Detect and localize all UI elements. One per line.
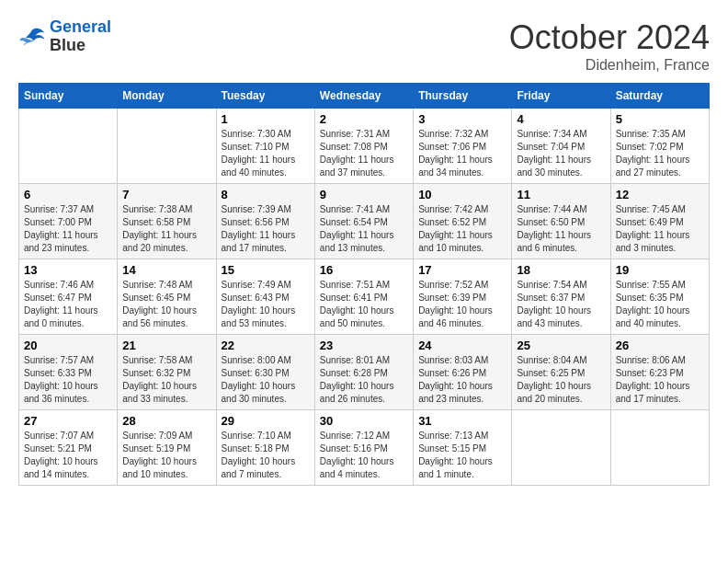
- calendar-cell: 27Sunrise: 7:07 AM Sunset: 5:21 PM Dayli…: [19, 410, 118, 486]
- calendar-cell: 11Sunrise: 7:44 AM Sunset: 6:50 PM Dayli…: [512, 184, 610, 259]
- calendar-cell: 16Sunrise: 7:51 AM Sunset: 6:41 PM Dayli…: [314, 259, 413, 335]
- logo: General Blue: [18, 18, 111, 55]
- day-info: Sunrise: 8:06 AM Sunset: 6:23 PM Dayligh…: [616, 354, 704, 406]
- day-info: Sunrise: 7:32 AM Sunset: 7:06 PM Dayligh…: [418, 128, 506, 179]
- calendar-table: SundayMondayTuesdayWednesdayThursdayFrid…: [18, 83, 710, 486]
- day-info: Sunrise: 8:01 AM Sunset: 6:28 PM Dayligh…: [320, 354, 408, 406]
- day-info: Sunrise: 7:39 AM Sunset: 6:56 PM Dayligh…: [222, 203, 310, 255]
- day-number: 29: [222, 414, 310, 428]
- page-header: General Blue October 2024 Didenheim, Fra…: [18, 18, 710, 74]
- day-number: 21: [122, 339, 210, 352]
- day-info: Sunrise: 8:04 AM Sunset: 6:25 PM Dayligh…: [517, 354, 605, 406]
- weekday-header-monday: Monday: [118, 84, 216, 109]
- calendar-cell: 14Sunrise: 7:48 AM Sunset: 6:45 PM Dayli…: [118, 259, 216, 335]
- day-info: Sunrise: 7:34 AM Sunset: 7:04 PM Dayligh…: [517, 128, 605, 179]
- day-info: Sunrise: 7:44 AM Sunset: 6:50 PM Dayligh…: [517, 203, 605, 255]
- logo-text: General Blue: [50, 18, 111, 55]
- calendar-cell: 25Sunrise: 8:04 AM Sunset: 6:25 PM Dayli…: [512, 335, 610, 410]
- day-info: Sunrise: 7:51 AM Sunset: 6:41 PM Dayligh…: [320, 279, 408, 330]
- day-number: 10: [418, 188, 506, 201]
- calendar-cell: 9Sunrise: 7:41 AM Sunset: 6:54 PM Daylig…: [314, 184, 413, 259]
- logo-icon: [18, 23, 46, 51]
- calendar-cell: 2Sunrise: 7:31 AM Sunset: 7:08 PM Daylig…: [314, 109, 413, 184]
- weekday-header-row: SundayMondayTuesdayWednesdayThursdayFrid…: [19, 84, 710, 109]
- day-number: 31: [418, 414, 506, 428]
- calendar-cell: 31Sunrise: 7:13 AM Sunset: 5:15 PM Dayli…: [414, 410, 512, 486]
- calendar-cell: 23Sunrise: 8:01 AM Sunset: 6:28 PM Dayli…: [314, 335, 413, 410]
- day-number: 7: [122, 188, 210, 201]
- calendar-cell: 6Sunrise: 7:37 AM Sunset: 7:00 PM Daylig…: [19, 184, 118, 259]
- day-info: Sunrise: 8:00 AM Sunset: 6:30 PM Dayligh…: [222, 354, 310, 406]
- weekday-header-wednesday: Wednesday: [314, 84, 413, 109]
- day-number: 9: [320, 188, 408, 201]
- calendar-cell: 5Sunrise: 7:35 AM Sunset: 7:02 PM Daylig…: [610, 109, 709, 184]
- day-number: 6: [24, 188, 112, 201]
- calendar-cell: 21Sunrise: 7:58 AM Sunset: 6:32 PM Dayli…: [118, 335, 216, 410]
- day-number: 13: [24, 263, 112, 277]
- calendar-cell: 8Sunrise: 7:39 AM Sunset: 6:56 PM Daylig…: [216, 184, 314, 259]
- day-info: Sunrise: 7:41 AM Sunset: 6:54 PM Dayligh…: [320, 203, 408, 255]
- day-number: 12: [616, 188, 704, 201]
- calendar-cell: 1Sunrise: 7:30 AM Sunset: 7:10 PM Daylig…: [216, 109, 314, 184]
- day-info: Sunrise: 7:54 AM Sunset: 6:37 PM Dayligh…: [517, 279, 605, 330]
- calendar-cell: 18Sunrise: 7:54 AM Sunset: 6:37 PM Dayli…: [512, 259, 610, 335]
- month-title: October 2024: [509, 18, 710, 57]
- day-number: 3: [418, 112, 506, 126]
- day-info: Sunrise: 7:35 AM Sunset: 7:02 PM Dayligh…: [616, 128, 704, 179]
- day-number: 26: [616, 339, 704, 352]
- day-number: 18: [517, 263, 605, 277]
- day-info: Sunrise: 8:03 AM Sunset: 6:26 PM Dayligh…: [418, 354, 506, 406]
- location: Didenheim, France: [509, 57, 710, 74]
- day-number: 5: [616, 112, 704, 126]
- calendar-cell: 4Sunrise: 7:34 AM Sunset: 7:04 PM Daylig…: [512, 109, 610, 184]
- day-number: 4: [517, 112, 605, 126]
- calendar-cell: [610, 410, 709, 486]
- day-number: 28: [122, 414, 210, 428]
- day-info: Sunrise: 7:38 AM Sunset: 6:58 PM Dayligh…: [122, 203, 210, 255]
- calendar-cell: 20Sunrise: 7:57 AM Sunset: 6:33 PM Dayli…: [19, 335, 118, 410]
- calendar-week-row: 6Sunrise: 7:37 AM Sunset: 7:00 PM Daylig…: [19, 184, 710, 259]
- day-number: 23: [320, 339, 408, 352]
- calendar-cell: [118, 109, 216, 184]
- day-number: 24: [418, 339, 506, 352]
- day-info: Sunrise: 7:30 AM Sunset: 7:10 PM Dayligh…: [222, 128, 310, 179]
- calendar-cell: 19Sunrise: 7:55 AM Sunset: 6:35 PM Dayli…: [610, 259, 709, 335]
- calendar-week-row: 20Sunrise: 7:57 AM Sunset: 6:33 PM Dayli…: [19, 335, 710, 410]
- day-info: Sunrise: 7:12 AM Sunset: 5:16 PM Dayligh…: [320, 430, 408, 481]
- day-info: Sunrise: 7:48 AM Sunset: 6:45 PM Dayligh…: [122, 279, 210, 330]
- day-info: Sunrise: 7:46 AM Sunset: 6:47 PM Dayligh…: [24, 279, 112, 330]
- day-number: 1: [222, 112, 310, 126]
- day-info: Sunrise: 7:07 AM Sunset: 5:21 PM Dayligh…: [24, 430, 112, 481]
- day-info: Sunrise: 7:45 AM Sunset: 6:49 PM Dayligh…: [616, 203, 704, 255]
- calendar-cell: 28Sunrise: 7:09 AM Sunset: 5:19 PM Dayli…: [118, 410, 216, 486]
- day-number: 17: [418, 263, 506, 277]
- day-info: Sunrise: 7:31 AM Sunset: 7:08 PM Dayligh…: [320, 128, 408, 179]
- day-number: 22: [222, 339, 310, 352]
- day-number: 15: [222, 263, 310, 277]
- calendar-week-row: 13Sunrise: 7:46 AM Sunset: 6:47 PM Dayli…: [19, 259, 710, 335]
- day-number: 11: [517, 188, 605, 201]
- day-info: Sunrise: 7:13 AM Sunset: 5:15 PM Dayligh…: [418, 430, 506, 481]
- day-info: Sunrise: 7:52 AM Sunset: 6:39 PM Dayligh…: [418, 279, 506, 330]
- calendar-cell: 15Sunrise: 7:49 AM Sunset: 6:43 PM Dayli…: [216, 259, 314, 335]
- calendar-cell: 24Sunrise: 8:03 AM Sunset: 6:26 PM Dayli…: [414, 335, 512, 410]
- weekday-header-thursday: Thursday: [414, 84, 512, 109]
- calendar-cell: 26Sunrise: 8:06 AM Sunset: 6:23 PM Dayli…: [610, 335, 709, 410]
- calendar-week-row: 27Sunrise: 7:07 AM Sunset: 5:21 PM Dayli…: [19, 410, 710, 486]
- day-number: 8: [222, 188, 310, 201]
- calendar-cell: 22Sunrise: 8:00 AM Sunset: 6:30 PM Dayli…: [216, 335, 314, 410]
- day-number: 14: [122, 263, 210, 277]
- calendar-cell: 12Sunrise: 7:45 AM Sunset: 6:49 PM Dayli…: [610, 184, 709, 259]
- day-info: Sunrise: 7:49 AM Sunset: 6:43 PM Dayligh…: [222, 279, 310, 330]
- weekday-header-tuesday: Tuesday: [216, 84, 314, 109]
- day-info: Sunrise: 7:57 AM Sunset: 6:33 PM Dayligh…: [24, 354, 112, 406]
- day-number: 16: [320, 263, 408, 277]
- calendar-cell: [512, 410, 610, 486]
- calendar-cell: 13Sunrise: 7:46 AM Sunset: 6:47 PM Dayli…: [19, 259, 118, 335]
- calendar-week-row: 1Sunrise: 7:30 AM Sunset: 7:10 PM Daylig…: [19, 109, 710, 184]
- day-number: 25: [517, 339, 605, 352]
- day-info: Sunrise: 7:37 AM Sunset: 7:00 PM Dayligh…: [24, 203, 112, 255]
- day-number: 30: [320, 414, 408, 428]
- calendar-cell: 7Sunrise: 7:38 AM Sunset: 6:58 PM Daylig…: [118, 184, 216, 259]
- day-number: 20: [24, 339, 112, 352]
